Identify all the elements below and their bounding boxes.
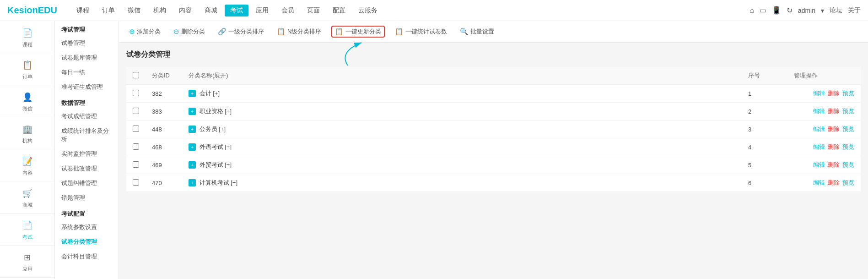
delete-btn-0[interactable]: 删除: [828, 89, 840, 98]
sidebar-item-app[interactable]: ⊞ 应用: [0, 246, 54, 278]
expand-btn-1[interactable]: +: [189, 108, 196, 115]
desktop-icon[interactable]: ▭: [760, 6, 766, 15]
row-checkbox-4[interactable]: [133, 161, 139, 168]
menu-item-wrong-q[interactable]: 错题管理: [55, 191, 119, 205]
row-checkbox-2[interactable]: [133, 126, 139, 132]
edit-btn-3[interactable]: 编辑: [813, 143, 825, 151]
edit-btn-1[interactable]: 编辑: [813, 107, 825, 115]
row-action-0: 编辑 删除 预览: [787, 85, 861, 103]
sort-levelN-button[interactable]: 📋 N级分类排序: [274, 26, 324, 38]
menu-item-account[interactable]: 会计科目管理: [55, 249, 119, 264]
expand-btn-2[interactable]: +: [189, 126, 196, 133]
nav-right: ⌂ ▭ 📱 ↻ admin▾ 论坛 关于: [749, 6, 861, 15]
menu-item-monitor[interactable]: 实时监控管理: [55, 147, 119, 161]
select-all-checkbox[interactable]: [133, 72, 139, 78]
preview-btn-3[interactable]: 预览: [842, 143, 854, 151]
edit-btn-2[interactable]: 编辑: [813, 125, 825, 133]
user-menu[interactable]: admin: [798, 7, 815, 14]
nav-item-cloud[interactable]: 云服务: [353, 5, 383, 16]
sidebar-item-shop[interactable]: 🛒 商城: [0, 181, 54, 213]
delete-category-button[interactable]: ⊖ 删除分类: [171, 26, 208, 38]
nav-item-wechat[interactable]: 微信: [122, 5, 146, 16]
menu-group-exam-management: 考试管理: [55, 21, 119, 36]
menu-item-daily[interactable]: 每日一练: [55, 65, 119, 80]
edit-btn-4[interactable]: 编辑: [813, 161, 825, 169]
add-icon: ⊕: [129, 27, 135, 36]
update-icon: 📋: [335, 27, 344, 36]
expand-btn-0[interactable]: +: [189, 90, 196, 97]
nav-item-content[interactable]: 内容: [173, 5, 197, 16]
nav-item-app[interactable]: 应用: [250, 5, 274, 16]
sidebar-item-wechat[interactable]: 👤 微信: [0, 85, 54, 117]
preview-btn-5[interactable]: 预览: [842, 179, 854, 187]
row-seq-3: 4: [742, 138, 787, 156]
edit-btn-5[interactable]: 编辑: [813, 179, 825, 187]
menu-item-score[interactable]: 考试成绩管理: [55, 109, 119, 124]
home-icon[interactable]: ⌂: [749, 6, 754, 15]
nav-item-config[interactable]: 配置: [327, 5, 351, 16]
row-id-2: 448: [146, 120, 182, 138]
nav-item-org[interactable]: 机构: [148, 5, 172, 16]
nav-item-order[interactable]: 订单: [97, 5, 120, 16]
batch-settings-button[interactable]: 🔍 批量设置: [457, 26, 497, 38]
sidebar-item-content[interactable]: 📝 内容: [0, 149, 54, 181]
row-checkbox-1[interactable]: [133, 108, 139, 114]
menu-item-error-correct[interactable]: 试题纠错管理: [55, 176, 119, 191]
app-icon: ⊞: [20, 250, 35, 265]
row-name-1: + 职业资格 [+]: [182, 103, 742, 120]
mobile-icon[interactable]: 📱: [772, 6, 781, 15]
row-id-4: 469: [146, 156, 182, 174]
menu-item-category[interactable]: 试卷分类管理: [55, 235, 119, 249]
shop-icon: 🛒: [20, 186, 35, 201]
nav-item-shop[interactable]: 商城: [199, 5, 223, 16]
about-link[interactable]: 关于: [848, 6, 861, 15]
sort-level1-button[interactable]: 🔗 一级分类排序: [215, 26, 267, 38]
content-icon: 📝: [20, 154, 35, 169]
nav-item-page[interactable]: 页面: [302, 5, 325, 16]
row-checkbox-3[interactable]: [133, 143, 139, 150]
nav-item-course[interactable]: 课程: [71, 5, 95, 16]
menu-item-paper[interactable]: 试卷管理: [55, 36, 119, 50]
wechat-icon: 👤: [20, 90, 35, 104]
refresh-icon[interactable]: ↻: [787, 6, 793, 15]
delete-btn-5[interactable]: 删除: [828, 179, 840, 187]
sidebar-item-order[interactable]: 📋 订单: [0, 53, 54, 85]
menu-item-question-bank[interactable]: 试卷题库管理: [55, 50, 119, 65]
row-checkbox-5[interactable]: [133, 179, 139, 186]
add-category-button[interactable]: ⊕ 添加分类: [126, 26, 163, 38]
delete-btn-4[interactable]: 删除: [828, 161, 840, 169]
sidebar-item-course[interactable]: 📄 课程: [0, 21, 54, 53]
row-check-1: [126, 103, 146, 120]
delete-btn-2[interactable]: 删除: [828, 125, 840, 133]
nav-item-exam[interactable]: 考试: [225, 5, 248, 16]
preview-btn-4[interactable]: 预览: [842, 161, 854, 169]
row-check-4: [126, 156, 146, 174]
sidebar-item-exam[interactable]: 📄 考试: [0, 213, 54, 246]
row-check-3: [126, 138, 146, 156]
settings-icon: 🔍: [460, 27, 469, 36]
row-id-5: 470: [146, 174, 182, 192]
row-checkbox-0[interactable]: [133, 90, 139, 96]
menu-item-admission[interactable]: 准考证生成管理: [55, 80, 119, 94]
row-check-2: [126, 120, 146, 138]
preview-btn-2[interactable]: 预览: [842, 125, 854, 133]
count-papers-button[interactable]: 📋 一键统计试卷数: [392, 26, 450, 38]
delete-btn-1[interactable]: 删除: [828, 107, 840, 115]
menu-item-sys-param[interactable]: 系统参数设置: [55, 220, 119, 235]
order-icon: 📋: [20, 58, 35, 72]
left-menu: 考试管理 试卷管理 试卷题库管理 每日一练 准考证生成管理 数据管理 考试成绩管…: [55, 21, 119, 279]
preview-btn-1[interactable]: 预览: [842, 107, 854, 115]
expand-btn-3[interactable]: +: [189, 143, 196, 151]
table-row: 382 + 会计 [+] 1 编辑 删除 预览: [126, 85, 861, 103]
edit-btn-0[interactable]: 编辑: [813, 89, 825, 98]
update-category-button[interactable]: 📋 一键更新分类: [331, 26, 385, 38]
expand-btn-5[interactable]: +: [189, 179, 196, 186]
preview-btn-0[interactable]: 预览: [842, 89, 854, 98]
nav-item-member[interactable]: 会员: [276, 5, 300, 16]
menu-item-score-rank[interactable]: 成绩统计排名及分析: [55, 124, 119, 147]
menu-item-paper-correct[interactable]: 试卷批改管理: [55, 161, 119, 176]
forum-link[interactable]: 论坛: [830, 6, 842, 15]
sidebar-item-org[interactable]: 🏢 机构: [0, 117, 54, 149]
delete-btn-3[interactable]: 删除: [828, 143, 840, 151]
expand-btn-4[interactable]: +: [189, 161, 196, 169]
